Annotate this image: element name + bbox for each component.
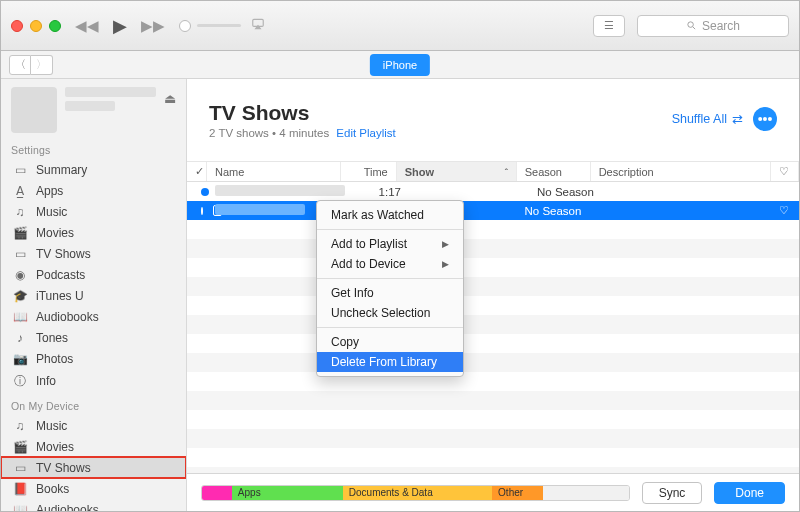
eject-icon[interactable]: ⏏ [164, 91, 176, 106]
storage-bar: Apps Documents & Data Other [201, 485, 630, 501]
sidebar-item-label: Music [36, 419, 67, 433]
col-season[interactable]: Season [517, 162, 591, 181]
shuffle-all-button[interactable]: Shuffle All ⇄ [672, 112, 743, 127]
search-input[interactable]: Search [637, 15, 789, 37]
sidebar-device-books[interactable]: 📕Books [1, 478, 186, 499]
zoom-button[interactable] [49, 20, 61, 32]
ctx-label: Add to Device [331, 257, 406, 271]
device-tab-iphone[interactable]: iPhone [370, 54, 430, 76]
done-button[interactable]: Done [714, 482, 785, 504]
volume-slider[interactable] [179, 20, 241, 32]
ctx-add-to-playlist[interactable]: Add to Playlist▶ [317, 234, 463, 254]
edit-playlist-link[interactable]: Edit Playlist [336, 127, 395, 139]
track-time: 1:17 [353, 186, 409, 198]
sidebar-item-tvshows[interactable]: ▭TV Shows [1, 243, 186, 264]
sidebar-item-info[interactable]: ⓘInfo [1, 369, 186, 393]
sidebar-section-ondevice: On My Device [1, 393, 186, 415]
audiobooks-icon: 📖 [13, 503, 27, 512]
prev-track-button[interactable]: ◀◀ [75, 17, 99, 35]
sync-button[interactable]: Sync [642, 482, 703, 504]
shuffle-icon: ⇄ [732, 112, 743, 127]
ctx-get-info[interactable]: Get Info [317, 283, 463, 303]
svg-point-1 [688, 22, 694, 28]
storage-seg-free [543, 486, 628, 500]
close-button[interactable] [11, 20, 23, 32]
heart-icon: ♡ [779, 165, 789, 178]
sort-asc-icon: ˆ [505, 167, 508, 177]
track-name [215, 204, 305, 215]
sidebar-item-label: Audiobooks [36, 503, 99, 512]
col-love[interactable]: ♡ [771, 162, 799, 181]
sidebar-device-movies[interactable]: 🎬Movies [1, 436, 186, 457]
col-show[interactable]: Showˆ [397, 162, 517, 181]
forward-button[interactable]: 〉 [31, 55, 53, 75]
footer: Apps Documents & Data Other Sync Done [187, 473, 799, 511]
heart-icon[interactable]: ♡ [779, 204, 789, 216]
more-actions-button[interactable]: ••• [753, 107, 777, 131]
ctx-delete-from-library[interactable]: Delete From Library [317, 352, 463, 372]
sidebar-item-photos[interactable]: 📷Photos [1, 348, 186, 369]
window-controls [11, 20, 61, 32]
playback-controls: ◀◀ ▶ ▶▶ [75, 15, 165, 37]
ctx-add-to-device[interactable]: Add to Device▶ [317, 254, 463, 274]
sidebar: ⏏ Settings ▭Summary A̲Apps ♫Music 🎬Movie… [1, 79, 187, 511]
ctx-mark-watched[interactable]: Mark as Watched [317, 205, 463, 225]
device-name-block [65, 87, 156, 115]
music-icon: ♫ [13, 419, 27, 433]
sidebar-item-podcasts[interactable]: ◉Podcasts [1, 264, 186, 285]
sidebar-item-label: Audiobooks [36, 310, 99, 324]
context-menu: Mark as Watched Add to Playlist▶ Add to … [316, 200, 464, 377]
sidebar-item-label: Summary [36, 163, 87, 177]
storage-seg-other: Other [492, 486, 543, 500]
table-row[interactable]: 1:17 No Season [187, 182, 799, 201]
sidebar-item-summary[interactable]: ▭Summary [1, 159, 186, 180]
page-title: TV Shows [209, 101, 396, 125]
sidebar-item-tones[interactable]: ♪Tones [1, 327, 186, 348]
books-icon: 📕 [13, 482, 27, 496]
sidebar-item-movies[interactable]: 🎬Movies [1, 222, 186, 243]
main-panel: TV Shows 2 TV shows • 4 minutes Edit Pla… [187, 79, 799, 511]
sidebar-device-tvshows[interactable]: ▭TV Shows [1, 457, 186, 478]
minimize-button[interactable] [30, 20, 42, 32]
sidebar-item-label: Books [36, 482, 69, 496]
col-description[interactable]: Description [591, 162, 771, 181]
col-show-label: Show [405, 166, 434, 178]
sidebar-item-music[interactable]: ♫Music [1, 201, 186, 222]
search-placeholder: Search [702, 19, 740, 33]
music-icon: ♫ [13, 205, 27, 219]
play-button[interactable]: ▶ [113, 15, 127, 37]
storage-seg-apps: Apps [232, 486, 343, 500]
sidebar-item-itunesu[interactable]: 🎓iTunes U [1, 285, 186, 306]
sidebar-device-music[interactable]: ♫Music [1, 415, 186, 436]
table-header: ✓ Name Time Showˆ Season Description ♡ [187, 161, 799, 182]
list-view-button[interactable]: ☰ [593, 15, 625, 37]
ctx-uncheck-selection[interactable]: Uncheck Selection [317, 303, 463, 323]
titlebar: ◀◀ ▶ ▶▶ ☰ Search [1, 1, 799, 51]
sidebar-device-audiobooks[interactable]: 📖Audiobooks [1, 499, 186, 511]
col-name[interactable]: Name [207, 162, 341, 181]
tvshows-icon: ▭ [13, 461, 27, 475]
podcasts-icon: ◉ [13, 268, 27, 282]
sidebar-item-label: TV Shows [36, 247, 91, 261]
main-header: TV Shows 2 TV shows • 4 minutes Edit Pla… [187, 79, 799, 145]
itunesu-icon: 🎓 [13, 289, 27, 303]
nav-row: 〈 〉 iPhone [1, 51, 799, 79]
movies-icon: 🎬 [13, 226, 27, 240]
audiobooks-icon: 📖 [13, 310, 27, 324]
next-track-button[interactable]: ▶▶ [141, 17, 165, 35]
ctx-copy[interactable]: Copy [317, 332, 463, 352]
sidebar-item-label: Photos [36, 352, 73, 366]
sidebar-device-header[interactable]: ⏏ [1, 79, 186, 137]
sidebar-item-apps[interactable]: A̲Apps [1, 180, 186, 201]
storage-seg-audio [202, 486, 232, 500]
device-thumbnail [11, 87, 57, 133]
back-button[interactable]: 〈 [9, 55, 31, 75]
col-time[interactable]: Time [341, 162, 397, 181]
col-check[interactable]: ✓ [187, 162, 207, 181]
apps-icon: A̲ [13, 184, 27, 198]
itunes-window: ◀◀ ▶ ▶▶ ☰ Search 〈 〉 iPhone [0, 0, 800, 512]
airplay-icon[interactable] [251, 17, 265, 34]
table-row[interactable]: ✓ No Season ♡ [187, 201, 799, 220]
sidebar-item-label: Podcasts [36, 268, 85, 282]
sidebar-item-audiobooks[interactable]: 📖Audiobooks [1, 306, 186, 327]
